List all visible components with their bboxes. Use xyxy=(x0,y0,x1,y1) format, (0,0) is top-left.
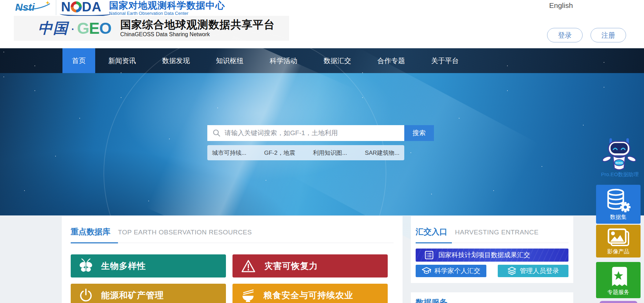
harvesting-title-underline xyxy=(416,242,452,243)
search-suggestions-bar: 城市可持续... GF-2，地震 利用知识图... SAR建筑物... xyxy=(207,145,404,160)
category-energy-minerals[interactable]: 能源和矿产管理 xyxy=(71,284,226,303)
graduation-cap-icon xyxy=(422,267,431,275)
category-food-security[interactable]: 粮食安全与可持续农业 xyxy=(232,284,388,303)
geo-letter-o: O xyxy=(99,19,111,37)
warning-icon xyxy=(241,259,256,273)
search-input-box xyxy=(207,125,404,141)
nsti-logo: Nsti ✦ xyxy=(12,0,53,14)
harvesting-card: 汇交入口 HARVESTING ENTRANCE 国家科技计划项目数据成果汇交 xyxy=(411,216,573,283)
search-input[interactable] xyxy=(225,129,404,137)
suggestion-sar-buildings[interactable]: SAR建筑物... xyxy=(365,149,399,157)
resources-title-underline xyxy=(71,242,118,243)
data-service-title: 数据服务 xyxy=(416,298,447,303)
layers-icon xyxy=(507,266,516,275)
top-logo-row: Nsti ✦ NDA 国家对地观测科学数据中心 National Earth O… xyxy=(12,0,225,18)
harvesting-sub-buttons: 科学家个人汇交 管理人员登录 xyxy=(416,265,568,277)
food-bowl-icon xyxy=(241,288,255,303)
harvesting-section-header: 汇交入口 HARVESTING ENTRANCE xyxy=(416,226,568,243)
header: Nsti ✦ NDA 国家对地观测科学数据中心 National Earth O… xyxy=(0,0,644,48)
rail-label-datasets: 数据集 xyxy=(596,214,641,221)
suggestion-urban-sustainability[interactable]: 城市可持续... xyxy=(212,149,246,157)
resources-title-en: TOP EARTH OBSERVATION RESOURCES xyxy=(118,229,252,236)
china-geo-logo-dot: · xyxy=(70,21,75,36)
category-label: 粮食安全与可持续农业 xyxy=(264,290,353,301)
search-bar: 搜索 xyxy=(207,125,434,141)
data-center-name-zh: 国家对地观测科学数据中心 xyxy=(109,0,225,11)
admin-login-label: 管理人员登录 xyxy=(520,266,559,275)
login-button[interactable]: 登录 xyxy=(547,28,583,42)
hero-starfield-decoration xyxy=(3,77,4,77)
star-sparkle-icon: ✦ xyxy=(46,0,50,6)
category-label: 能源和矿产管理 xyxy=(101,290,164,301)
search-icon xyxy=(213,129,220,137)
assistant-label[interactable]: Pro.EO数据助理 xyxy=(600,171,640,178)
harvesting-title-zh: 汇交入口 xyxy=(416,226,447,237)
category-biodiversity[interactable]: 生物多样性 xyxy=(71,254,226,277)
power-icon xyxy=(79,288,93,303)
national-program-harvest-button[interactable]: 国家科技计划项目数据成果汇交 xyxy=(416,249,568,262)
rail-button-partial[interactable] xyxy=(600,301,637,303)
rail-button-topic-services[interactable]: 专题服务 xyxy=(596,262,641,298)
rail-label-image-products: 影像产品 xyxy=(596,248,641,255)
suggestion-knowledge-graph[interactable]: 利用知识图... xyxy=(313,149,347,157)
national-program-harvest-label: 国家科技计划项目数据成果汇交 xyxy=(438,251,530,260)
database-gear-icon xyxy=(605,188,632,213)
category-label: 生物多样性 xyxy=(101,260,146,272)
geo-letter-e: E xyxy=(89,19,99,37)
robot-icon: NODA xyxy=(602,138,636,172)
page: Nsti ✦ NDA 国家对地观测科学数据中心 National Earth O… xyxy=(0,0,644,303)
platform-name-zh: 国家综合地球观测数据共享平台 xyxy=(120,19,275,31)
hero-banner: 搜索 城市可持续... GF-2，地震 利用知识图... SAR建筑物... xyxy=(0,73,644,215)
admin-login-button[interactable]: 管理人员登录 xyxy=(498,265,568,277)
data-center-name-en: National Earth Observation Data Center xyxy=(109,11,225,16)
nav-item-home[interactable]: 首页 xyxy=(62,48,95,73)
nav-item-about-platform[interactable]: 关于平台 xyxy=(418,48,472,73)
butterfly-icon xyxy=(79,258,93,274)
nav-item-news[interactable]: 新闻资讯 xyxy=(95,48,149,73)
data-center-name: 国家对地观测科学数据中心 National Earth Observation … xyxy=(109,0,225,18)
register-button[interactable]: 注册 xyxy=(591,28,626,42)
list-icon xyxy=(425,251,434,260)
image-icon xyxy=(607,228,630,248)
scientist-harvest-label: 科学家个人汇交 xyxy=(435,266,480,275)
china-geo-logo-zh: 中国 xyxy=(38,19,68,38)
resources-section-header: 重点数据库 TOP EARTH OBSERVATION RESOURCES xyxy=(71,226,394,243)
category-disaster-resilience[interactable]: 灾害可恢复力 xyxy=(232,254,388,277)
resource-category-grid: 生物多样性 灾害可恢复力 能源和矿产管理 xyxy=(71,254,394,303)
data-service-card: 数据服务 xyxy=(411,292,573,303)
scientist-harvest-button[interactable]: 科学家个人汇交 xyxy=(416,265,486,277)
proeo-assistant-robot[interactable]: NODA xyxy=(602,138,636,173)
logo-divider xyxy=(56,0,56,15)
rail-label-topic-services: 专题服务 xyxy=(596,289,641,296)
rail-button-image-products[interactable]: 影像产品 xyxy=(596,225,641,257)
nav-starfield-decoration xyxy=(3,52,4,52)
search-button[interactable]: 搜索 xyxy=(404,125,434,141)
rail-button-datasets[interactable]: 数据集 xyxy=(596,185,641,224)
suggestion-gf2-earthquake[interactable]: GF-2，地震 xyxy=(264,149,295,157)
resources-title-zh: 重点数据库 xyxy=(71,226,110,237)
robot-chest-badge: NODA xyxy=(616,162,623,164)
noda-logo: NDA xyxy=(61,0,101,14)
geo-letter-g: G xyxy=(77,19,89,37)
top-resources-card: 重点数据库 TOP EARTH OBSERVATION RESOURCES 生物… xyxy=(62,216,403,303)
harvesting-title-en: HARVESTING ENTRANCE xyxy=(455,229,538,236)
language-switch-english[interactable]: English xyxy=(549,1,573,10)
category-label: 灾害可恢复力 xyxy=(264,260,318,272)
china-geo-logo-geo: GEO xyxy=(77,19,111,38)
star-ribbon-icon xyxy=(608,265,628,288)
